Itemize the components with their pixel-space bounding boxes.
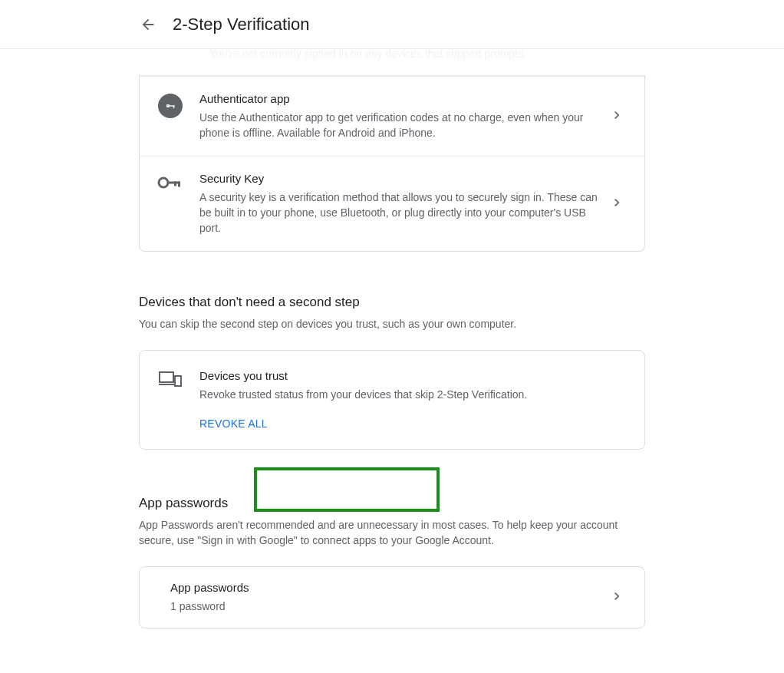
app-passwords-row[interactable]: App passwords 1 password [140,567,644,628]
security-key-row[interactable]: Security Key A security key is a verific… [140,156,644,251]
chevron-right-icon [609,589,624,607]
page-header: 2-Step Verification [0,0,784,49]
back-button[interactable] [139,15,157,34]
authenticator-title: Authenticator app [199,92,600,105]
app-passwords-card: App passwords 1 password [139,566,645,628]
trusted-devices-sub: You can skip the second step on devices … [139,316,645,332]
trusted-devices-card: Devices you trust Revoke trusted status … [139,350,645,450]
app-passwords-sub: App Passwords aren't recommended and are… [139,517,645,548]
chevron-right-icon [609,195,624,213]
chevron-right-icon [609,107,624,126]
svg-rect-7 [160,372,173,382]
revoke-all-button[interactable]: REVOKE ALL [199,417,268,430]
trusted-devices-heading: Devices that don't need a second step [139,295,645,310]
svg-rect-2 [173,105,175,108]
authenticator-desc: Use the Authenticator app to get verific… [199,110,600,140]
security-key-desc: A security key is a verification method … [199,190,600,236]
devices-icon [159,371,182,388]
second-step-methods-card: Authenticator app Use the Authenticator … [139,75,645,252]
devices-you-trust-title: Devices you trust [199,369,624,382]
app-passwords-row-title: App passwords [170,581,600,594]
svg-rect-5 [178,182,180,187]
devices-you-trust-desc: Revoke trusted status from your devices … [199,387,624,402]
security-key-title: Security Key [199,172,600,185]
svg-point-3 [159,178,168,187]
app-passwords-heading: App passwords [139,496,645,511]
authenticator-app-row[interactable]: Authenticator app Use the Authenticator … [140,76,644,156]
devices-you-trust-row: Devices you trust Revoke trusted status … [140,351,644,449]
arrow-left-icon [140,16,156,33]
svg-rect-6 [174,182,176,186]
app-passwords-row-desc: 1 password [170,599,600,614]
key-icon [157,175,183,190]
page-title: 2-Step Verification [173,15,310,35]
authenticator-icon [158,94,183,118]
svg-rect-9 [175,376,181,386]
